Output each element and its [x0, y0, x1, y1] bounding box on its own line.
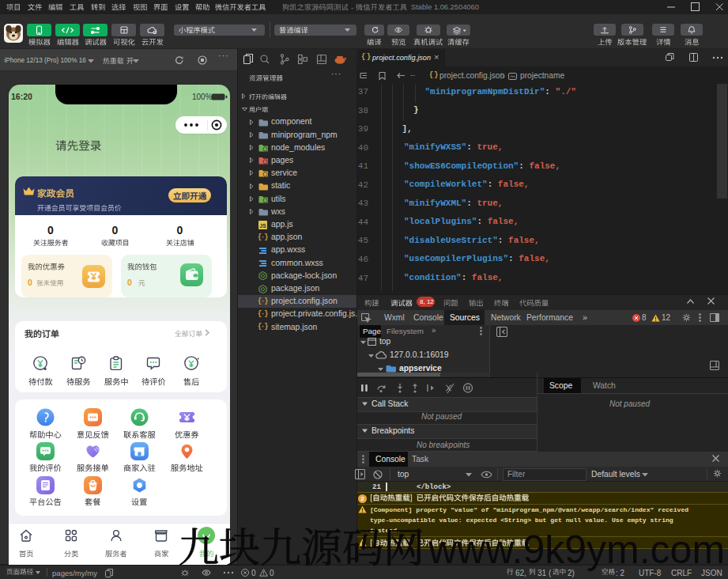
- svg-text:JS: JS: [260, 222, 267, 228]
- svg-text:2: 2: [360, 495, 364, 502]
